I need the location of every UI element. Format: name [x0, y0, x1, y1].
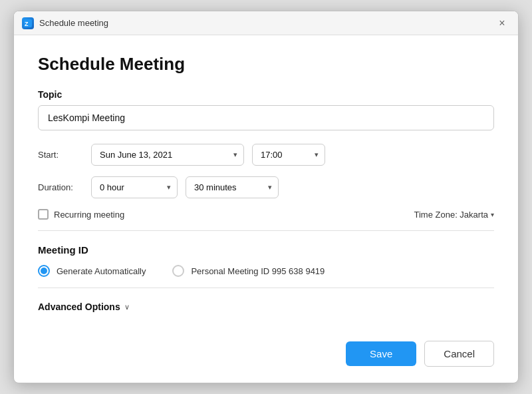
meeting-id-title: Meeting ID [38, 244, 494, 256]
personal-option[interactable]: Personal Meeting ID 995 638 9419 [172, 265, 325, 277]
radio-row: Generate Automatically Personal Meeting … [38, 265, 494, 277]
advanced-options-row[interactable]: Advanced Options ∨ [38, 301, 494, 312]
start-date-select[interactable]: Sun June 13, 2021 [91, 144, 244, 166]
start-date-wrapper: Sun June 13, 2021 ▾ [91, 144, 244, 166]
schedule-meeting-dialog: Z Schedule meeting × Schedule Meeting To… [13, 11, 519, 383]
title-bar-left: Z Schedule meeting [22, 17, 108, 29]
timezone-arrow-icon: ▾ [491, 211, 494, 218]
save-button[interactable]: Save [346, 341, 416, 366]
auto-radio-label: Generate Automatically [57, 266, 146, 276]
zoom-logo-icon: Z [22, 17, 34, 29]
dialog-content: Schedule Meeting Topic Start: Sun June 1… [14, 35, 518, 330]
duration-minute-select[interactable]: 0 minutes 15 minutes 30 minutes 45 minut… [186, 176, 279, 198]
duration-hour-wrapper: 0 hour 1 hour 2 hours ▾ [91, 176, 178, 198]
divider-2 [38, 288, 494, 288]
auto-radio-inner [41, 268, 47, 274]
timezone-link[interactable]: Time Zone: Jakarta ▾ [414, 210, 494, 220]
title-bar: Z Schedule meeting × [14, 11, 518, 35]
recurring-row: Recurring meeting Time Zone: Jakarta ▾ [38, 209, 494, 220]
recurring-checkbox[interactable] [38, 209, 49, 220]
dialog-footer: Save Cancel [14, 330, 518, 383]
recurring-left: Recurring meeting [38, 209, 124, 220]
start-row: Start: Sun June 13, 2021 ▾ 17:00 ▾ [38, 144, 494, 166]
start-time-select[interactable]: 17:00 [252, 144, 325, 166]
start-time-wrapper: 17:00 ▾ [252, 144, 325, 166]
duration-hour-select[interactable]: 0 hour 1 hour 2 hours [91, 176, 178, 198]
start-label: Start: [38, 150, 83, 160]
page-title: Schedule Meeting [38, 54, 494, 75]
duration-row: Duration: 0 hour 1 hour 2 hours ▾ 0 minu… [38, 176, 494, 198]
duration-label: Duration: [38, 182, 83, 192]
topic-label: Topic [38, 89, 494, 100]
svg-text:Z: Z [25, 21, 29, 27]
timezone-text: Time Zone: Jakarta [414, 210, 488, 220]
auto-option[interactable]: Generate Automatically [38, 265, 146, 277]
title-bar-title: Schedule meeting [39, 18, 108, 28]
advanced-arrow-icon: ∨ [124, 303, 130, 311]
divider-1 [38, 230, 494, 231]
cancel-button[interactable]: Cancel [424, 341, 494, 367]
duration-minute-wrapper: 0 minutes 15 minutes 30 minutes 45 minut… [186, 176, 279, 198]
personal-radio-outer[interactable] [172, 265, 184, 277]
topic-input[interactable] [38, 105, 494, 130]
personal-radio-label: Personal Meeting ID 995 638 9419 [191, 266, 325, 276]
close-button[interactable]: × [494, 15, 510, 31]
recurring-label: Recurring meeting [54, 210, 124, 220]
advanced-label: Advanced Options [38, 301, 120, 312]
auto-radio-outer[interactable] [38, 265, 50, 277]
